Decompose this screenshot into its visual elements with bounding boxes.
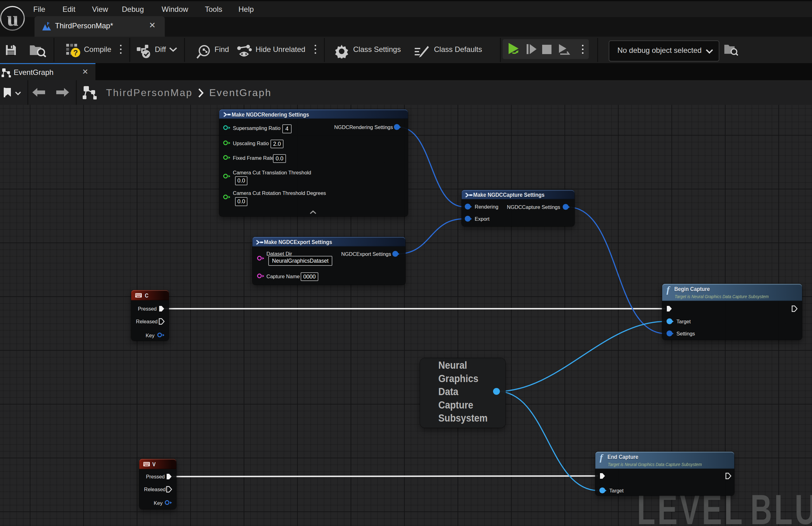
- svg-text:?: ?: [73, 48, 78, 57]
- svg-text:u: u: [7, 7, 19, 30]
